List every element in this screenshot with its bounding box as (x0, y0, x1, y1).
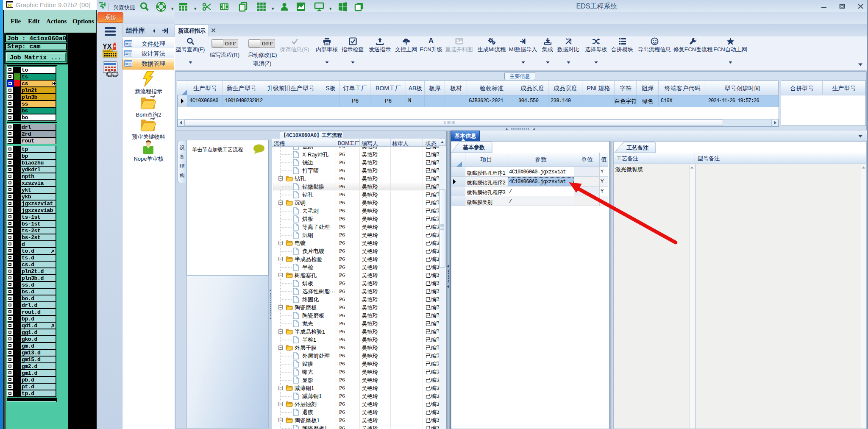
svg-text:YX: YX (103, 43, 112, 50)
